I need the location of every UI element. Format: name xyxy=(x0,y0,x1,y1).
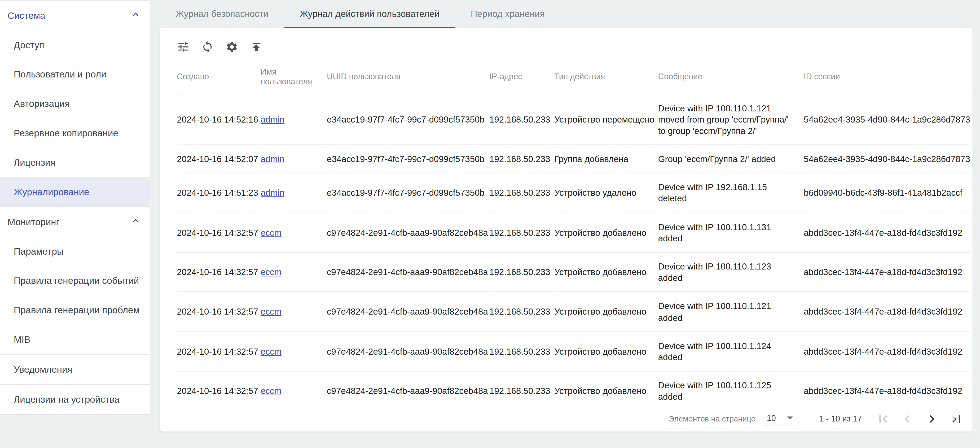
sidebar-item-event-rules[interactable]: Правила генерации событий xyxy=(0,266,150,295)
sidebar-item-label: MIB xyxy=(14,334,30,344)
cell-action-type: Устройство добавлено xyxy=(554,213,658,252)
previous-page-button xyxy=(900,411,915,427)
username-link[interactable]: admin xyxy=(261,114,285,124)
col-header-uuid: UUID пользователя xyxy=(327,61,489,94)
cell-created: 2024-10-16 14:52:07 xyxy=(177,145,261,173)
sidebar-item-authorization[interactable]: Авторизация xyxy=(0,89,150,118)
cell-message: Device with IP 100.110.1.125 added xyxy=(658,371,804,407)
sidebar-group-label: Мониторинг xyxy=(8,217,59,227)
items-per-page-select[interactable]: 10 xyxy=(764,413,794,426)
username-link[interactable]: eccm xyxy=(261,386,282,396)
chevron-up-icon xyxy=(130,9,141,22)
cell-session-id: abdd3cec-13f4-447e-a18d-fd4d3c3fd192 xyxy=(804,252,970,292)
cell-action-type: Группа добавлена xyxy=(554,145,658,173)
cell-uuid: c97e4824-2e91-4cfb-aaa9-90af82ceb48a xyxy=(327,252,489,292)
sidebar-item-label: Правила генерации событий xyxy=(14,275,139,286)
cell-username: eccm xyxy=(261,292,327,332)
filter-icon[interactable] xyxy=(177,41,189,53)
sidebar: Система Доступ Пользователи и роли Автор… xyxy=(0,0,150,415)
refresh-icon[interactable] xyxy=(201,41,214,53)
dropdown-arrow-icon xyxy=(787,417,793,420)
cell-uuid: c97e4824-2e91-4cfb-aaa9-90af82ceb48a xyxy=(327,292,489,332)
cell-created: 2024-10-16 14:32:57 xyxy=(177,332,261,371)
sidebar-item-license[interactable]: Лицензия xyxy=(0,147,150,177)
username-link[interactable]: eccm xyxy=(261,307,282,317)
col-header-action-type: Тип действия xyxy=(554,61,658,94)
sidebar-item-label: Пользователи и роли xyxy=(14,69,106,79)
table-row: 2024-10-16 14:32:57 eccm c97e4824-2e91-4… xyxy=(177,213,970,252)
sidebar-item-logging[interactable]: Журналирование xyxy=(0,177,150,206)
col-header-created: Создано xyxy=(177,61,261,94)
table-row: 2024-10-16 14:32:57 eccm c97e4824-2e91-4… xyxy=(177,332,970,371)
cell-message: Device with IP 100.110.1.124 added xyxy=(658,332,804,371)
cell-created: 2024-10-16 14:32:57 xyxy=(177,371,261,407)
cell-session-id: 54a62ee4-3935-4d90-844c-1a9c286d7873 xyxy=(804,145,970,173)
cell-session-id: abdd3cec-13f4-447e-a18d-fd4d3c3fd192 xyxy=(804,213,970,252)
cell-action-type: Устройство добавлено xyxy=(554,292,658,332)
username-link[interactable]: admin xyxy=(261,188,285,198)
username-link[interactable]: eccm xyxy=(261,228,282,238)
cell-uuid: e34acc19-97f7-4fc7-99c7-d099cf57350b xyxy=(327,173,489,213)
next-page-button[interactable] xyxy=(924,411,939,427)
username-link[interactable]: admin xyxy=(261,154,285,164)
cell-ip: 192.168.50.233 xyxy=(489,213,554,252)
sidebar-item-backup[interactable]: Резервное копирование xyxy=(0,118,150,148)
tab-label: Журнал безопасности xyxy=(176,8,269,19)
sidebar-item-label: Лицензия xyxy=(14,157,56,167)
cell-uuid: e34acc19-97f7-4fc7-99c7-d099cf57350b xyxy=(327,145,489,173)
sidebar-group-system[interactable]: Система xyxy=(0,0,150,30)
sidebar-item-notifications[interactable]: Уведомления xyxy=(0,355,150,384)
sidebar-item-label: Доступ xyxy=(14,40,44,50)
user-actions-table: Создано Имя пользователя UUID пользовате… xyxy=(177,61,970,407)
settings-icon[interactable] xyxy=(226,41,238,53)
tab-retention-period[interactable]: Период хранения xyxy=(455,0,560,28)
sidebar-item-label: Параметры xyxy=(14,246,64,257)
cell-action-type: Устройство добавлено xyxy=(554,332,658,371)
col-header-ip: IP-адрес xyxy=(489,61,554,94)
cell-username: admin xyxy=(261,145,327,173)
cell-session-id: 54a62ee4-3935-4d90-844c-1a9c286d7873 xyxy=(804,94,970,145)
table-row: 2024-10-16 14:52:07 admin e34acc19-97f7-… xyxy=(177,145,970,173)
last-page-button[interactable] xyxy=(949,411,964,427)
cell-created: 2024-10-16 14:32:57 xyxy=(177,252,261,292)
sidebar-group-monitoring[interactable]: Мониторинг xyxy=(0,207,150,236)
username-link[interactable]: eccm xyxy=(261,346,282,357)
cell-uuid: e34acc19-97f7-4fc7-99c7-d099cf57350b xyxy=(327,94,489,145)
cell-ip: 192.168.50.233 xyxy=(489,332,554,371)
cell-uuid: c97e4824-2e91-4cfb-aaa9-90af82ceb48a xyxy=(327,371,489,407)
username-link[interactable]: eccm xyxy=(261,267,282,277)
cell-username: eccm xyxy=(261,252,327,292)
col-header-username: Имя пользователя xyxy=(261,61,327,94)
sidebar-item-problem-rules[interactable]: Правила генерации проблем xyxy=(0,295,150,325)
sidebar-item-parameters[interactable]: Параметры xyxy=(0,236,150,266)
cell-message: Device with IP 100.110.1.121 added xyxy=(658,292,804,332)
sidebar-item-label: Уведомления xyxy=(14,364,72,375)
sidebar-item-mib[interactable]: MIB xyxy=(0,325,150,354)
sidebar-item-label: Журналирование xyxy=(14,187,89,197)
cell-username: admin xyxy=(261,173,327,213)
table-header-row: Создано Имя пользователя UUID пользовате… xyxy=(177,61,970,94)
table-row: 2024-10-16 14:32:57 eccm c97e4824-2e91-4… xyxy=(177,292,970,332)
cell-message: Device with IP 100.110.1.121 moved from … xyxy=(658,94,804,145)
cell-uuid: c97e4824-2e91-4cfb-aaa9-90af82ceb48a xyxy=(327,332,489,371)
items-per-page-label: Элементов на странице xyxy=(668,415,756,423)
sidebar-item-users-roles[interactable]: Пользователи и роли xyxy=(0,59,150,89)
cell-session-id: abdd3cec-13f4-447e-a18d-fd4d3c3fd192 xyxy=(804,292,970,332)
pagination-controls xyxy=(875,411,964,427)
col-header-session-id: ID сессии xyxy=(804,61,970,94)
table-row: 2024-10-16 14:32:57 eccm c97e4824-2e91-4… xyxy=(177,252,970,292)
cell-ip: 192.168.50.233 xyxy=(489,145,554,173)
tab-user-actions-log[interactable]: Журнал действий пользователей xyxy=(284,0,455,28)
app-window: Система Доступ Пользователи и роли Автор… xyxy=(0,0,980,448)
first-page-button xyxy=(875,411,891,427)
pagination-bar: Элементов на странице 10 1 - 10 из 17 xyxy=(160,407,972,432)
upload-icon[interactable] xyxy=(250,41,262,53)
tab-security-log[interactable]: Журнал безопасности xyxy=(160,0,284,28)
table-row: 2024-10-16 14:32:57 eccm c97e4824-2e91-4… xyxy=(177,371,970,407)
sidebar-item-access[interactable]: Доступ xyxy=(0,30,150,59)
cell-action-type: Устройство добавлено xyxy=(554,252,658,292)
sidebar-item-device-licenses[interactable]: Лицензии на устройства xyxy=(0,384,150,414)
cell-username: eccm xyxy=(261,213,327,252)
table-toolbar xyxy=(160,28,972,61)
sidebar-item-label: Лицензии на устройства xyxy=(14,394,119,405)
